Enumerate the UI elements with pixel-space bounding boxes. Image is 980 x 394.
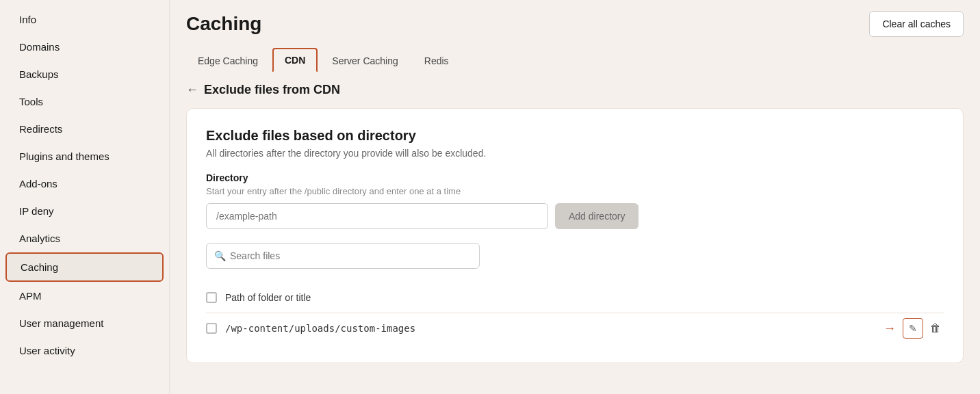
sidebar-item-tools[interactable]: Tools [5,88,164,115]
exclude-files-card: Exclude files based on directory All dir… [186,108,964,363]
directory-input[interactable] [206,203,548,229]
row-actions: → ✎ 🗑 [884,318,944,339]
custom-images-path-label: /wp-content/uploads/custom-images [225,323,415,334]
sidebar-item-analytics[interactable]: Analytics [5,225,164,252]
sidebar-item-user-activity[interactable]: User activity [5,337,164,364]
sidebar-item-ip-deny[interactable]: IP deny [5,198,164,224]
sidebar-item-info[interactable]: Info [5,6,164,33]
tabs-bar: Edge CachingCDNServer CachingRedis [170,48,980,72]
sidebar-item-plugins-and-themes[interactable]: Plugins and themes [5,143,164,170]
custom-images-checkbox[interactable] [206,323,217,334]
sidebar-item-backups[interactable]: Backups [5,61,164,88]
back-navigation[interactable]: ← Exclude files from CDN [186,83,964,97]
clear-all-caches-button[interactable]: Clear all caches [869,11,964,37]
delete-button[interactable]: 🗑 [927,319,944,337]
back-nav-label: Exclude files from CDN [204,83,340,97]
sidebar-item-user-management[interactable]: User management [5,310,164,337]
card-title: Exclude files based on directory [206,128,944,144]
directory-row: Add directory [206,203,944,229]
search-container: 🔍 [206,243,480,269]
card-subtitle: All directories after the directory you … [206,148,944,159]
edit-button[interactable]: ✎ [903,318,923,339]
sidebar: InfoDomainsBackupsToolsRedirectsPlugins … [0,0,170,394]
add-directory-button[interactable]: Add directory [555,203,639,229]
path-folder-checkbox[interactable] [206,292,217,303]
path-folder-row: Path of folder or title [206,283,944,313]
page-header: Caching Clear all caches [170,0,980,48]
tab-redis[interactable]: Redis [413,49,461,72]
sidebar-item-add-ons[interactable]: Add-ons [5,170,164,197]
sidebar-item-apm[interactable]: APM [5,283,164,309]
search-icon: 🔍 [214,250,226,261]
sidebar-item-domains[interactable]: Domains [5,34,164,60]
search-input[interactable] [206,243,480,269]
content-area: ← Exclude files from CDN Exclude files b… [170,72,980,394]
custom-images-row: /wp-content/uploads/custom-images → ✎ 🗑 [206,313,944,343]
sidebar-item-caching[interactable]: Caching [5,252,164,282]
arrow-indicator-icon: → [884,321,896,336]
path-folder-label: Path of folder or title [225,292,311,303]
main-content: Caching Clear all caches Edge CachingCDN… [170,0,980,394]
back-arrow-icon: ← [186,83,198,97]
tab-cdn[interactable]: CDN [272,48,318,73]
sidebar-item-redirects[interactable]: Redirects [5,116,164,142]
tab-edge-caching[interactable]: Edge Caching [186,49,270,72]
page-title: Caching [186,13,261,35]
directory-field-label: Directory [206,172,944,183]
tab-server-caching[interactable]: Server Caching [320,49,410,72]
directory-field-hint: Start your entry after the /public direc… [206,186,944,196]
